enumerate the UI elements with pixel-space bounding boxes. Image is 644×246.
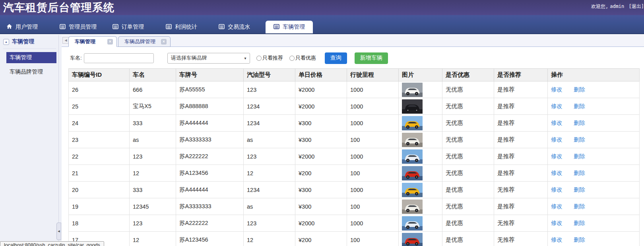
cell-price: ¥300 (295, 182, 347, 198)
delete-link[interactable]: 删除 (574, 203, 585, 210)
app-header: 汽车租赁后台管理系统 欢迎您,admin [退出] (0, 0, 644, 15)
cell-recommend: 是推荐 (494, 165, 548, 182)
cell-fuel: 123 (244, 81, 295, 98)
tab-label: 车辆管理 (75, 38, 95, 45)
brand-select[interactable]: 请选择车辆品牌 ▾ (167, 53, 250, 64)
collapse-icon[interactable]: ▲ (3, 39, 9, 45)
cell-id: 18 (69, 215, 130, 232)
delete-link[interactable]: 删除 (574, 119, 585, 127)
cell-fuel: as (244, 198, 295, 215)
cell-discount: 是优惠 (442, 182, 494, 198)
yellow-sports-photo (402, 183, 423, 197)
add-vehicle-button[interactable]: 新增车辆 (355, 52, 388, 64)
edit-link[interactable]: 修改 (551, 203, 563, 210)
delete-link[interactable]: 删除 (574, 86, 585, 93)
vehicle-datagrid: 车辆编号ID车名车牌号汽油型号单日价格行驶里程图片是否优惠是否推荐操作 2666… (68, 68, 640, 246)
column-header: 车名 (130, 69, 176, 81)
radio-label: 只看推荐 (262, 54, 283, 62)
table-row: 1712苏A12345612¥200100是优惠无推荐修改删除 (69, 232, 640, 246)
cell-recommend: 是推荐 (494, 148, 548, 165)
cell-name: 333 (130, 115, 176, 132)
nav-item-orders[interactable]: 订单管理 (108, 21, 149, 33)
edit-link[interactable]: 修改 (551, 119, 563, 127)
cell-name: 12 (130, 165, 176, 182)
edit-link[interactable]: 修改 (551, 136, 563, 143)
table-row: 23as苏A3333333as¥300100无优惠是推荐修改删除 (69, 132, 640, 148)
edit-link[interactable]: 修改 (551, 86, 563, 93)
cell-fuel: 12 (244, 232, 295, 246)
sidebar-item-brand-mgmt[interactable]: 车辆品牌管理 (6, 66, 56, 77)
cell-recommend: 是推荐 (494, 198, 548, 215)
cell-id: 19 (69, 198, 130, 215)
cell-price: ¥2000 (295, 215, 347, 232)
cell-discount: 无优惠 (442, 81, 494, 98)
delete-link[interactable]: 删除 (574, 236, 585, 244)
cell-fuel: 123 (244, 148, 295, 165)
cell-name: as (130, 132, 176, 148)
delete-link[interactable]: 删除 (574, 186, 585, 194)
cell-id: 21 (69, 165, 130, 182)
edit-link[interactable]: 修改 (551, 186, 563, 194)
app-window: 汽车租赁后台管理系统 欢迎您,admin [退出] 用户管理 管理员管理 订单管… (0, 0, 644, 246)
column-header: 是否优惠 (442, 69, 494, 81)
nav-item-profit-stats[interactable]: 利润统计 (161, 21, 202, 33)
nav-item-users[interactable]: 用户管理 (2, 21, 43, 33)
delete-link[interactable]: 删除 (574, 136, 585, 143)
cell-mileage: 1000 (347, 182, 399, 198)
radio-circle[interactable] (289, 56, 295, 61)
logout-link[interactable]: [退出] (629, 4, 644, 9)
cell-plate: 苏A222222 (176, 148, 244, 165)
table-row: 26666苏A55555123¥20001000无优惠是推荐修改删除 (69, 81, 640, 98)
delete-link[interactable]: 删除 (574, 153, 585, 160)
search-button[interactable]: 查询 (325, 52, 347, 64)
sidebar-splitter[interactable]: ◀ (59, 35, 62, 246)
sidebar-item-vehicle-mgmt[interactable]: 车辆管理 (6, 52, 56, 63)
edit-link[interactable]: 修改 (551, 153, 563, 160)
cell-recommend: 无推荐 (494, 232, 548, 246)
list-icon (113, 24, 118, 31)
search-toolbar: 车名: 请选择车辆品牌 ▾ 只看推荐 只看优惠 查询 新增车辆 (62, 47, 644, 69)
cell-name: 666 (130, 81, 176, 98)
edit-link[interactable]: 修改 (551, 169, 563, 177)
tab-label: 车辆品牌管理 (124, 38, 155, 45)
cell-actions: 修改删除 (548, 232, 640, 246)
cell-fuel: 1234 (244, 182, 295, 198)
cell-plate: 苏A123456 (176, 232, 244, 246)
edit-link[interactable]: 修改 (551, 236, 563, 244)
radio-only-recommended[interactable]: 只看推荐 (256, 54, 283, 62)
list-icon (219, 24, 225, 31)
car-name-input[interactable] (84, 53, 154, 63)
black-coupe-photo (402, 99, 423, 114)
cell-name: 12 (130, 232, 176, 246)
yellow-sports-photo (402, 116, 423, 130)
cell-fuel: 12 (244, 165, 295, 182)
red-car-photo (402, 233, 423, 246)
cell-actions: 修改删除 (548, 198, 640, 215)
chevron-down-icon: ▾ (244, 56, 246, 60)
delete-link[interactable]: 删除 (574, 103, 585, 110)
column-header: 行驶里程 (347, 69, 399, 81)
radio-circle[interactable] (256, 56, 262, 61)
close-icon[interactable]: × (107, 39, 113, 45)
cell-discount: 无优惠 (442, 115, 494, 132)
sidebar-accordion-header[interactable]: ▲ 车辆管理 (3, 38, 56, 49)
delete-link[interactable]: 删除 (574, 169, 585, 177)
edit-link[interactable]: 修改 (551, 103, 563, 110)
sidebar-collapse-handle[interactable]: ◀ (56, 223, 61, 240)
cell-plate: 苏A888888 (176, 98, 244, 115)
radio-only-discounted[interactable]: 只看优惠 (289, 54, 316, 62)
table-row: 18123苏A222222123¥20001000是优惠无推荐修改删除 (69, 215, 640, 232)
close-icon[interactable]: × (161, 39, 167, 45)
edit-link[interactable]: 修改 (551, 219, 563, 227)
cell-recommend: 是推荐 (494, 115, 548, 132)
status-url-tooltip: localhost:8080/ssh_carzulin_site/car_goo… (0, 241, 104, 246)
nav-item-transactions[interactable]: 交易流水 (214, 21, 255, 33)
cell-actions: 修改删除 (548, 215, 640, 232)
delete-link[interactable]: 删除 (574, 219, 585, 227)
nav-item-vehicles[interactable]: 车辆管理 (266, 21, 313, 33)
tab-brand-mgmt[interactable]: 车辆品牌管理 × (118, 36, 171, 47)
column-header: 操作 (548, 69, 640, 81)
tab-vehicle-mgmt[interactable]: 车辆管理 × (68, 36, 117, 47)
nav-item-admins[interactable]: 管理员管理 (55, 21, 101, 33)
main-navbar: 用户管理 管理员管理 订单管理 利润统计 交易流水 车辆管理 (0, 15, 644, 34)
